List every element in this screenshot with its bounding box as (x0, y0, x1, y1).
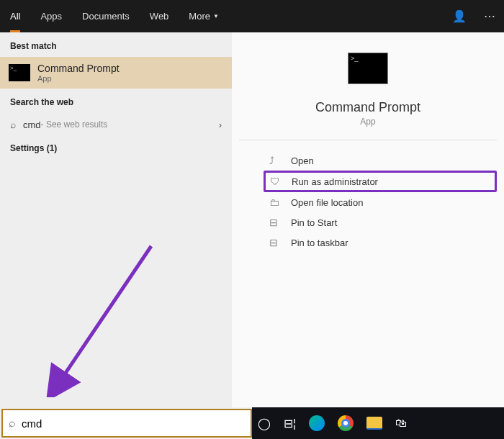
annotation-arrow (14, 239, 173, 397)
cmd-icon (9, 64, 30, 81)
web-result-query: cmd (23, 119, 41, 130)
tab-apps[interactable]: Apps (30, 0, 72, 32)
pin-start-icon: ⊟ (269, 217, 284, 228)
best-match-title: Command Prompt (37, 63, 120, 74)
best-match-label: Best match (0, 32, 232, 57)
tab-documents[interactable]: Documents (72, 0, 140, 32)
search-box[interactable]: ⌕ (1, 409, 252, 438)
svg-line-0 (54, 246, 151, 390)
open-icon: ⤴ (269, 155, 284, 166)
folder-icon: 🗀 (269, 196, 284, 208)
detail-panel: Command Prompt App ⤴Open 🛡Run as adminis… (232, 32, 504, 407)
timeline-icon[interactable]: ⊟¦ (284, 417, 296, 430)
chrome-icon[interactable] (338, 415, 354, 431)
action-open-location[interactable]: 🗀Open file location (264, 192, 497, 212)
web-result-suffix: - See web results (41, 119, 108, 130)
app-thumbnail (348, 53, 388, 84)
pin-taskbar-icon: ⊟ (269, 237, 284, 248)
action-open[interactable]: ⤴Open (264, 150, 497, 171)
feedback-icon[interactable]: 👤 (444, 9, 475, 23)
tab-all[interactable]: All (0, 0, 30, 32)
taskbar: ◯ ⊟¦ 🛍 (252, 407, 504, 439)
tab-bar: All Apps Documents Web More▼ 👤 ⋯ (0, 0, 504, 32)
file-explorer-icon[interactable] (366, 417, 382, 430)
app-subtitle: App (239, 117, 497, 127)
action-run-admin[interactable]: 🛡Run as administrator (264, 171, 497, 192)
search-web-label: Search the web (0, 89, 232, 113)
best-match-subtitle: App (37, 74, 120, 83)
edge-icon[interactable] (309, 415, 325, 431)
tab-more[interactable]: More▼ (179, 0, 229, 32)
more-options-icon[interactable]: ⋯ (475, 9, 504, 23)
chevron-right-icon: › (219, 119, 222, 130)
action-pin-start[interactable]: ⊟Pin to Start (264, 212, 497, 232)
task-view-icon[interactable]: ◯ (258, 417, 271, 430)
divider (239, 140, 497, 140)
store-icon[interactable]: 🛍 (395, 417, 407, 430)
search-input[interactable] (22, 417, 245, 430)
search-icon: ⌕ (10, 119, 16, 130)
search-input-icon: ⌕ (9, 417, 16, 430)
app-title: Command Prompt (239, 100, 497, 115)
admin-icon: 🛡 (270, 176, 284, 187)
web-result-item[interactable]: ⌕ cmd - See web results › (0, 113, 232, 136)
action-pin-taskbar[interactable]: ⊟Pin to taskbar (264, 232, 497, 253)
settings-label[interactable]: Settings (1) (0, 136, 232, 160)
tab-web[interactable]: Web (140, 0, 179, 32)
best-match-item[interactable]: Command Prompt App (0, 57, 232, 89)
